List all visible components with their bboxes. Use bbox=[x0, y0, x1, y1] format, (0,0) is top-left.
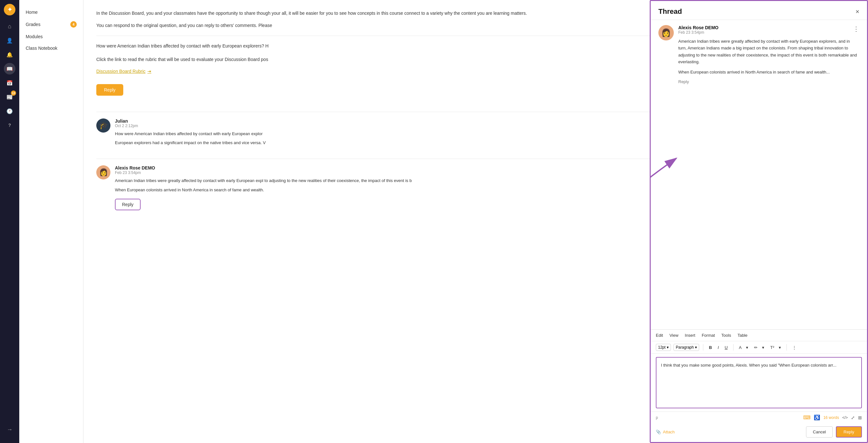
grades-badge: 4 bbox=[70, 21, 77, 28]
highlight-group: ✏ ▾ bbox=[752, 344, 766, 351]
attach-button[interactable]: 📎 Attach bbox=[656, 430, 675, 434]
menu-table[interactable]: Table bbox=[737, 333, 747, 338]
keyboard-icon[interactable]: ⌨ bbox=[803, 414, 810, 420]
thread-title: Thread bbox=[658, 7, 682, 16]
editor-footer: p ⌨ ♿ 16 words </> ⤢ ⊞ bbox=[651, 412, 867, 423]
sidebar-collapse[interactable]: → bbox=[4, 424, 16, 435]
font-color-button[interactable]: A bbox=[737, 344, 743, 351]
logo-symbol: ✦ bbox=[7, 6, 12, 13]
cancel-button[interactable]: Cancel bbox=[806, 426, 832, 438]
nav-notebook-label: Class Notebook bbox=[26, 45, 58, 51]
sidebar-item-user[interactable]: 👤 bbox=[4, 35, 16, 46]
paperclip-icon: 📎 bbox=[656, 430, 661, 434]
nav-item-modules[interactable]: Modules bbox=[19, 31, 83, 42]
nav-item-grades[interactable]: Grades 4 bbox=[19, 18, 83, 31]
font-size-chevron: ▾ bbox=[667, 345, 669, 350]
toolbar-divider-3 bbox=[786, 344, 787, 351]
thread-panel: Thread × 👩 Alexis Rose DEMO Feb 23 3:54p… bbox=[650, 0, 868, 443]
editor-content[interactable]: I think that you make some good points, … bbox=[656, 357, 862, 408]
editor-text: I think that you make some good points, … bbox=[661, 363, 837, 368]
thread-header: Thread × bbox=[651, 1, 867, 20]
thread-avatar: 👩 bbox=[658, 25, 674, 40]
thread-date: Feb 23 3:54pm bbox=[678, 30, 718, 35]
font-size-value: 12pt bbox=[658, 345, 665, 350]
menu-view[interactable]: View bbox=[669, 333, 678, 338]
sidebar-item-book[interactable]: 📖 bbox=[4, 63, 16, 74]
menu-tools[interactable]: Tools bbox=[721, 333, 731, 338]
action-buttons: Cancel Reply bbox=[806, 426, 862, 438]
superscript-button[interactable]: T² bbox=[769, 344, 776, 351]
font-color-group: A ▾ bbox=[737, 344, 750, 351]
submit-reply-button[interactable]: Reply bbox=[836, 426, 862, 438]
superscript-chevron[interactable]: ▾ bbox=[777, 344, 783, 351]
toolbar-divider-1 bbox=[703, 344, 703, 351]
sidebar-item-clock[interactable]: 🕐 bbox=[4, 105, 16, 117]
editor-menubar: Edit View Insert Format Tools Table bbox=[651, 330, 867, 341]
rubric-link-label: Discussion Board Rubric bbox=[96, 69, 146, 74]
word-count: 16 words bbox=[824, 415, 839, 420]
superscript-group: T² ▾ bbox=[769, 344, 782, 351]
italic-button[interactable]: I bbox=[716, 344, 721, 351]
editor-toolbar: 12pt ▾ Paragraph ▾ B I U A ▾ ✏ ▾ bbox=[651, 341, 867, 354]
editor-section: Edit View Insert Format Tools Table 12pt… bbox=[651, 329, 867, 442]
external-link-icon: ⇥ bbox=[147, 69, 151, 74]
toolbar-divider-2 bbox=[733, 344, 734, 351]
sidebar-item-bell[interactable]: 🔔 bbox=[4, 49, 16, 60]
nav-item-home[interactable]: Home bbox=[19, 6, 83, 18]
underline-button[interactable]: U bbox=[723, 344, 729, 351]
sidebar-logo[interactable]: ✦ bbox=[4, 4, 16, 15]
home-icon: ⌂ bbox=[8, 23, 11, 30]
font-color-chevron[interactable]: ▾ bbox=[744, 344, 750, 351]
sidebar-item-calendar[interactable]: 📅 bbox=[4, 77, 16, 89]
rubric-link[interactable]: Discussion Board Rubric ⇥ bbox=[96, 69, 151, 74]
attach-label: Attach bbox=[663, 430, 675, 434]
bell-icon: 🔔 bbox=[6, 52, 13, 58]
avatar-julian: 🎓 bbox=[96, 119, 111, 133]
calendar-icon: 📅 bbox=[6, 80, 13, 86]
main-reply-button[interactable]: Reply bbox=[96, 84, 123, 96]
nav-item-notebook[interactable]: Class Notebook bbox=[19, 42, 83, 54]
help-icon: ? bbox=[8, 123, 11, 128]
editor-status: p bbox=[656, 415, 658, 420]
bold-button[interactable]: B bbox=[707, 344, 713, 351]
paragraph-value: Paragraph bbox=[676, 345, 694, 350]
font-size-select[interactable]: 12pt ▾ bbox=[656, 344, 671, 351]
nav-home-label: Home bbox=[26, 10, 37, 15]
thread-text2: When European colonists arrived in North… bbox=[678, 69, 859, 75]
menu-edit[interactable]: Edit bbox=[656, 333, 663, 338]
grid-icon[interactable]: ⊞ bbox=[858, 415, 862, 420]
three-dots-icon[interactable]: ⋮ bbox=[853, 25, 859, 33]
highlight-chevron[interactable]: ▾ bbox=[761, 344, 766, 351]
sidebar: ✦ ⌂ 👤 🔔 📖 📅 📰 13 🕐 ? → bbox=[0, 0, 19, 443]
alexis-reply-button[interactable]: Reply bbox=[115, 199, 141, 210]
book-icon: 📖 bbox=[6, 66, 13, 72]
main-content: In the Discussion Board, you and your cl… bbox=[84, 0, 868, 443]
thread-comment: 👩 Alexis Rose DEMO Feb 23 3:54pm ⋮ Ameri… bbox=[658, 25, 859, 85]
thread-close-button[interactable]: × bbox=[856, 8, 859, 15]
nav-panel: Home Grades 4 Modules Class Notebook bbox=[19, 0, 84, 443]
thread-reply-link[interactable]: Reply bbox=[678, 79, 689, 84]
news-badge: 13 bbox=[11, 91, 16, 96]
sidebar-item-home[interactable]: ⌂ bbox=[4, 21, 16, 32]
menu-insert[interactable]: Insert bbox=[685, 333, 695, 338]
clock-icon: 🕐 bbox=[6, 108, 13, 114]
sidebar-item-help[interactable]: ? bbox=[4, 119, 16, 131]
thread-body: 👩 Alexis Rose DEMO Feb 23 3:54pm ⋮ Ameri… bbox=[651, 20, 867, 329]
more-options-button[interactable]: ⋮ bbox=[790, 344, 798, 351]
thread-comment-content: Alexis Rose DEMO Feb 23 3:54pm ⋮ America… bbox=[678, 25, 859, 85]
thread-author: Alexis Rose DEMO bbox=[678, 25, 718, 30]
editor-icons: ⌨ ♿ 16 words </> ⤢ ⊞ bbox=[803, 414, 862, 420]
editor-actions: 📎 Attach Cancel Reply bbox=[651, 423, 867, 442]
sidebar-item-news[interactable]: 📰 13 bbox=[4, 91, 16, 103]
highlight-button[interactable]: ✏ bbox=[752, 344, 759, 351]
avatar-alexis: 👩 bbox=[96, 165, 111, 180]
html-icon[interactable]: </> bbox=[842, 415, 848, 420]
user-icon: 👤 bbox=[6, 37, 13, 44]
menu-format[interactable]: Format bbox=[702, 333, 715, 338]
paragraph-select[interactable]: Paragraph ▾ bbox=[674, 344, 699, 351]
expand-icon[interactable]: ⤢ bbox=[851, 415, 855, 420]
accessibility-icon[interactable]: ♿ bbox=[814, 414, 820, 420]
paragraph-chevron: ▾ bbox=[695, 345, 697, 350]
nav-grades-label: Grades bbox=[26, 22, 40, 27]
nav-modules-label: Modules bbox=[26, 34, 43, 39]
